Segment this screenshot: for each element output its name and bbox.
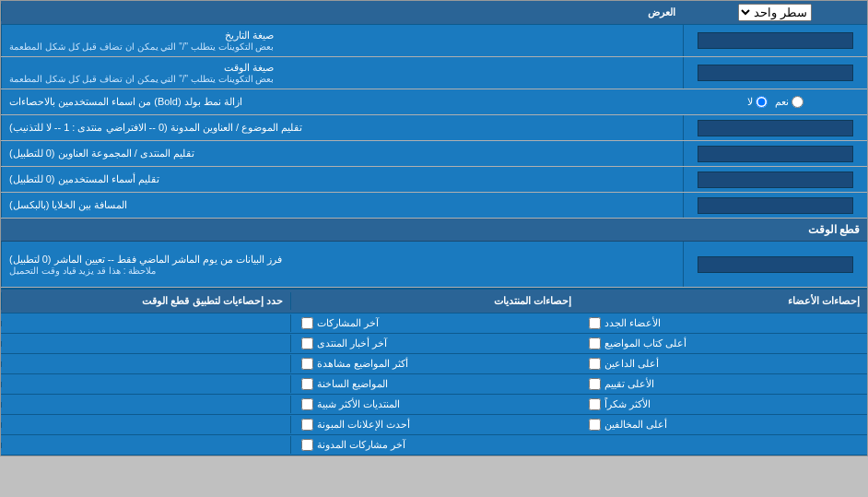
stats-members-check-0[interactable] — [589, 317, 601, 329]
date-format-input[interactable]: d-m — [698, 32, 852, 49]
stats-forums-cell-0: آخر المشاركات — [290, 314, 580, 332]
stats-forums-check-1[interactable] — [301, 337, 313, 349]
freeze-section-title: قطع الوقت — [1, 219, 867, 242]
stats-members-cell-2: أعلى الداعين — [579, 355, 867, 373]
stats-forums-check-3[interactable] — [301, 378, 313, 390]
trim-forum-row: تقليم المنتدى / المجموعة العناوين (0 للت… — [1, 141, 867, 167]
stats-limit-cell-3 — [1, 382, 290, 387]
stats-row-1: آخر أخبار المنتدى أعلى كتاب المواضيع — [1, 334, 867, 354]
stats-row-3: المواضيع الساخنة الأعلى تقييم — [1, 374, 867, 395]
stats-limit-cell-4 — [1, 402, 290, 408]
time-format-label: صيغة الوقت بعض التكوينات يتطلب "/" التي … — [1, 57, 683, 89]
stats-members-cell-0: الأعضاء الجدد — [579, 314, 867, 332]
stats-forums-check-4[interactable] — [301, 398, 313, 410]
trim-forum-label: تقليم المنتدى / المجموعة العناوين (0 للت… — [1, 141, 683, 166]
stats-members-cell-1: أعلى كتاب المواضيع — [579, 335, 867, 352]
freeze-input-container: 0 — [683, 242, 867, 287]
trim-subject-label: تقليم الموضوع / العناوين المدونة (0 -- ا… — [1, 115, 683, 140]
stats-members-cell-3: الأعلى تقييم — [579, 375, 867, 393]
cell-spacing-input-container: 2 — [683, 193, 867, 218]
stats-forums-cell-4: المنتديات الأكثر شبية — [290, 396, 580, 413]
stats-limit-cell-1 — [1, 341, 290, 347]
freeze-input[interactable]: 0 — [698, 256, 852, 273]
stats-forums-cell-6: آخر مشاركات المدونة — [290, 436, 580, 454]
stats-header-row: حدد إحصاءيات لتطبيق قطع الوقت إحصاءات ال… — [1, 290, 867, 314]
stats-row-2: أكثر المواضيع مشاهدة أعلى الداعين — [1, 354, 867, 374]
stats-forums-check-0[interactable] — [301, 317, 313, 329]
stats-members-cell-5: أعلى المخالفين — [579, 416, 867, 433]
top-header-row: العرض سطر واحد — [1, 1, 867, 25]
stats-members-cell-6 — [579, 443, 867, 448]
time-format-input[interactable]: H:i — [698, 65, 852, 81]
freeze-row: فرز البيانات من يوم الماشر الماضي فقط --… — [1, 242, 867, 288]
stats-forums-cell-5: أحدث الإعلانات المبونة — [290, 416, 580, 433]
top-select-container[interactable]: سطر واحد — [683, 1, 867, 24]
cell-spacing-label: المسافة بين الخلايا (بالبكسل) — [1, 193, 683, 218]
stats-header-members: إحصاءات الأعضاء — [579, 292, 867, 310]
lines-select[interactable]: سطر واحد — [738, 4, 812, 21]
page-title-label: العرض — [1, 4, 683, 21]
stats-members-check-4[interactable] — [589, 398, 601, 410]
date-format-row: صيغة التاريخ بعض التكوينات يتطلب "/" الت… — [1, 25, 867, 57]
freeze-label: فرز البيانات من يوم الماشر الماضي فقط --… — [1, 242, 683, 287]
stats-row-0: آخر المشاركات الأعضاء الجدد — [1, 314, 867, 334]
stats-limit-label: حدد إحصاءيات لتطبيق قطع الوقت — [1, 292, 290, 310]
stats-row-6: آخر مشاركات المدونة — [1, 435, 867, 456]
stats-members-check-5[interactable] — [589, 419, 601, 431]
stats-limit-cell-2 — [1, 361, 290, 367]
stats-limit-cell-0 — [1, 321, 290, 326]
radio-no-label[interactable]: لا — [747, 96, 768, 108]
trim-subject-input-container: 33 — [683, 115, 867, 140]
trim-users-input-container: 0 — [683, 167, 867, 192]
stats-row-4: المنتديات الأكثر شبية الأكثر شكراً — [1, 395, 867, 415]
time-format-input-container: H:i — [683, 57, 867, 89]
bold-radio-no[interactable] — [756, 96, 768, 108]
trim-forum-input[interactable]: 33 — [698, 146, 852, 162]
trim-subject-input[interactable]: 33 — [698, 120, 852, 136]
date-format-input-container: d-m — [683, 25, 867, 56]
bold-label: ازالة نمط بولد (Bold) من اسماء المستخدمي… — [1, 89, 683, 114]
trim-users-input[interactable]: 0 — [698, 172, 852, 188]
stats-header-forums: إحصاءات المنتديات — [290, 292, 580, 310]
bold-radio-yes[interactable] — [792, 96, 803, 108]
bold-radio-row: ازالة نمط بولد (Bold) من اسماء المستخدمي… — [1, 89, 867, 115]
stats-members-check-1[interactable] — [589, 337, 601, 349]
stats-forums-cell-2: أكثر المواضيع مشاهدة — [290, 355, 580, 373]
stats-members-cell-4: الأكثر شكراً — [579, 396, 867, 413]
stats-forums-cell-1: آخر أخبار المنتدى — [290, 335, 580, 352]
date-format-label: صيغة التاريخ بعض التكوينات يتطلب "/" الت… — [1, 25, 683, 56]
stats-limit-cell-5 — [1, 422, 290, 428]
stats-members-check-2[interactable] — [589, 358, 601, 370]
stats-forums-cell-3: المواضيع الساخنة — [290, 375, 580, 393]
stats-members-check-3[interactable] — [589, 378, 601, 390]
trim-forum-input-container: 33 — [683, 141, 867, 166]
trim-subject-row: تقليم الموضوع / العناوين المدونة (0 -- ا… — [1, 115, 867, 141]
trim-users-row: تقليم أسماء المستخدمين (0 للتطبيل) 0 — [1, 167, 867, 193]
cell-spacing-input[interactable]: 2 — [698, 197, 852, 214]
stats-forums-check-5[interactable] — [301, 419, 313, 431]
stats-forums-check-6[interactable] — [301, 439, 313, 451]
stats-forums-check-2[interactable] — [301, 358, 313, 370]
stats-limit-cell-6 — [1, 443, 290, 448]
stats-section: حدد إحصاءيات لتطبيق قطع الوقت إحصاءات ال… — [1, 288, 867, 456]
cell-spacing-row: المسافة بين الخلايا (بالبكسل) 2 — [1, 193, 867, 219]
stats-row-5: أحدث الإعلانات المبونة أعلى المخالفين — [1, 415, 867, 435]
radio-yes-label[interactable]: نعم — [775, 96, 803, 108]
trim-users-label: تقليم أسماء المستخدمين (0 للتطبيل) — [1, 167, 683, 192]
main-container: العرض سطر واحد صيغة التاريخ بعض التكوينا… — [0, 0, 868, 456]
time-format-row: صيغة الوقت بعض التكوينات يتطلب "/" التي … — [1, 57, 867, 89]
bold-radio-container: نعم لا — [683, 89, 867, 114]
